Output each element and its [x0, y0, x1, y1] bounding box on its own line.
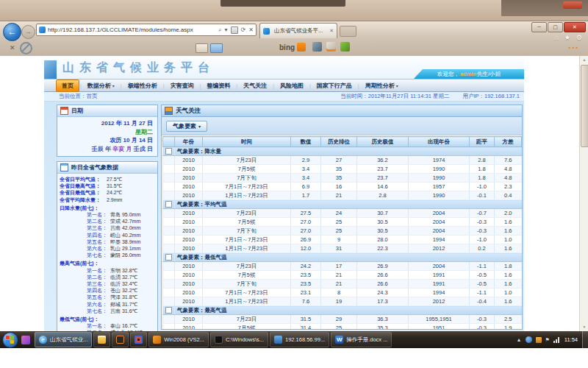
browser-tab[interactable]: 山东省气候业务平... ✕: [259, 23, 337, 38]
stop-icon[interactable]: ✕: [248, 26, 254, 33]
table-row[interactable]: 20101月1日～7月23日12.03122.320120.21.6: [163, 244, 522, 253]
close-icon[interactable]: ✕: [10, 44, 15, 52]
send-icon[interactable]: [210, 43, 223, 53]
taskbar-button-1[interactable]: e山东省气候业...: [35, 332, 92, 347]
cell: 1957: [409, 183, 470, 191]
url-text[interactable]: http://192.168.137.1/GLCCLIMATE/modules/…: [48, 26, 218, 33]
section-checkbox[interactable]: [165, 201, 172, 208]
cell: 24: [321, 209, 357, 218]
table-row[interactable]: 20107月23日24.21726.92004-1.11.8: [163, 262, 522, 271]
table-row[interactable]: 20107月5候27.02530.52004-0.31.6: [163, 218, 522, 227]
section-row[interactable]: 气象要素：最低气温: [163, 253, 522, 262]
nav-item-1[interactable]: 首页: [56, 79, 79, 92]
table-row[interactable]: 20107月下旬23.52126.61991-0.51.6: [163, 280, 522, 289]
network-icon[interactable]: [553, 337, 559, 343]
mail-icon[interactable]: [196, 43, 208, 53]
table-row[interactable]: 20107月1日～7月23日23.1824.31994-1.11.0: [163, 289, 522, 297]
taskbar-button-3[interactable]: [112, 332, 129, 347]
element-select-button[interactable]: 气象要素 ▾: [166, 121, 207, 132]
taskbar-button-4[interactable]: [130, 332, 147, 347]
update-tray-icon[interactable]: [526, 336, 532, 343]
section-row[interactable]: 气象要素：最高气温: [163, 306, 522, 315]
table-row[interactable]: 20107月5候23.52126.61991-0.51.6: [163, 271, 522, 280]
nav-item-8[interactable]: 国家下行产品: [312, 80, 357, 91]
gear-icon[interactable]: ⚙: [576, 34, 582, 41]
table-row[interactable]: 20101月1日～7月23日1.7212.81990-0.10.4: [163, 191, 522, 200]
nav-item-9[interactable]: 周期性分析▾: [360, 80, 404, 91]
cell: 1990: [409, 165, 470, 174]
rank-label: 第一名：: [87, 322, 107, 329]
minimize-button[interactable]: ─: [531, 22, 547, 32]
start-button[interactable]: [2, 332, 18, 348]
tab-title[interactable]: 山东省气候业务平...: [274, 27, 327, 35]
refresh-icon[interactable]: ⟳: [241, 26, 246, 33]
extension-icon-3[interactable]: [340, 42, 350, 52]
address-bar[interactable]: http://192.168.137.1/GLCCLIMATE/modules/…: [36, 24, 257, 36]
section-row[interactable]: 气象要素：平均气温: [163, 200, 522, 209]
new-tab-button[interactable]: [340, 26, 356, 37]
table-row[interactable]: 20107月下旬3.43523.719901.84.8: [163, 174, 522, 183]
weather-rank-groups: 日降水量(前七)：第一名：青岛 95.0mm第二名：荣成 42.7mm第三名：莒…: [60, 205, 155, 331]
main-panel-header: 天气关注: [162, 105, 522, 117]
system-tray: ▲ ⚑ 11:54: [517, 336, 579, 343]
table-row[interactable]: 20107月1日～7月23日6.91614.61957-1.02.3: [163, 183, 522, 191]
nav-item-3[interactable]: 极端性分析: [123, 80, 162, 91]
table-row[interactable]: 20107月5候31.42535.31951-0.31.9: [163, 324, 522, 330]
bing-icon[interactable]: [297, 43, 306, 52]
table-header-row: 年份时间数值历史排位历史极值出现年份距平方差: [163, 137, 522, 147]
section-checkbox[interactable]: [165, 307, 172, 314]
hidden-icons-arrow[interactable]: ▲: [517, 337, 522, 342]
extension-icon-1[interactable]: [312, 42, 322, 52]
chevron-down-icon[interactable]: ▾: [225, 26, 228, 33]
forward-button[interactable]: →: [21, 25, 35, 39]
taskbar-clock[interactable]: 11:54: [564, 336, 578, 343]
section-checkbox[interactable]: [165, 148, 172, 155]
nav-item-4[interactable]: 灾害查询: [165, 80, 199, 91]
col-header: 方差: [495, 137, 522, 147]
tab-close-icon[interactable]: ✕: [329, 28, 334, 34]
rank-label: 第一名：: [87, 211, 107, 218]
stat-row: 全省平均降水量：2.9mm: [60, 197, 155, 203]
star-icon[interactable]: ★: [564, 34, 570, 41]
show-desktop-button[interactable]: [582, 331, 588, 348]
scroll-up-icon[interactable]: ▲: [580, 56, 588, 64]
table-row[interactable]: 20107月23日27.52430.72004-0.72.0: [163, 209, 522, 218]
section-checkbox[interactable]: [165, 254, 172, 261]
taskbar-button-2[interactable]: [93, 332, 110, 347]
table-row[interactable]: 20107月23日2.92736.219742.87.6: [163, 156, 522, 165]
table-row[interactable]: 20101月1日～7月23日7.61917.32012-0.41.6: [163, 297, 522, 306]
scroll-down-icon[interactable]: ▼: [580, 323, 588, 331]
close-button[interactable]: ✕: [564, 22, 586, 32]
alert-tray-icon[interactable]: [536, 337, 542, 343]
nav-item-6[interactable]: 天气关注: [238, 80, 272, 91]
taskbar-button-5[interactable]: Win2008 (VS2...: [148, 332, 209, 347]
table-row[interactable]: 20107月5候3.43523.719901.84.8: [163, 165, 522, 174]
maximize-button[interactable]: ▢: [548, 22, 563, 32]
table-row[interactable]: 20107月1日～7月23日26.9928.01994-1.01.0: [163, 236, 522, 244]
nav-item-2[interactable]: 数据分析▾: [82, 80, 120, 91]
extension-icon-2[interactable]: [326, 42, 336, 52]
more-options-icon[interactable]: •••: [569, 44, 579, 51]
taskbar-button-6[interactable]: C:\Windows\s...: [210, 332, 268, 347]
taskbar-button-8[interactable]: W操作手册.docx ...: [331, 332, 392, 347]
taskbar-button-7[interactable]: 192.168.56.99...: [270, 332, 329, 347]
search-icon[interactable]: ⌕: [218, 26, 221, 34]
compatibility-view-icon[interactable]: [231, 26, 238, 34]
nav-item-5[interactable]: 整编资料: [201, 80, 235, 91]
scrollbar-thumb[interactable]: [581, 65, 588, 147]
home-icon[interactable]: ⌂: [554, 34, 558, 41]
nav-separator: |: [273, 83, 274, 88]
bing-logo[interactable]: bing: [279, 43, 295, 52]
blocked-icon[interactable]: [20, 42, 32, 54]
cell: 2004: [409, 209, 470, 218]
col-header: 数值: [291, 137, 321, 147]
cell: -0.5: [470, 271, 495, 280]
section-row[interactable]: 气象要素：降水量: [163, 147, 522, 156]
nav-item-7[interactable]: 风险地图: [275, 80, 309, 91]
table-row[interactable]: 20107月下旬27.02530.52004-0.31.6: [163, 227, 522, 236]
flag-icon[interactable]: ⚑: [545, 337, 550, 343]
back-button[interactable]: ←: [3, 23, 21, 41]
pinned-app-icon[interactable]: [21, 336, 30, 344]
table-row[interactable]: 20107月23日31.52936.31955,1951-0.32.5: [163, 315, 522, 324]
scrollbar[interactable]: ▲ ▼: [579, 56, 588, 331]
